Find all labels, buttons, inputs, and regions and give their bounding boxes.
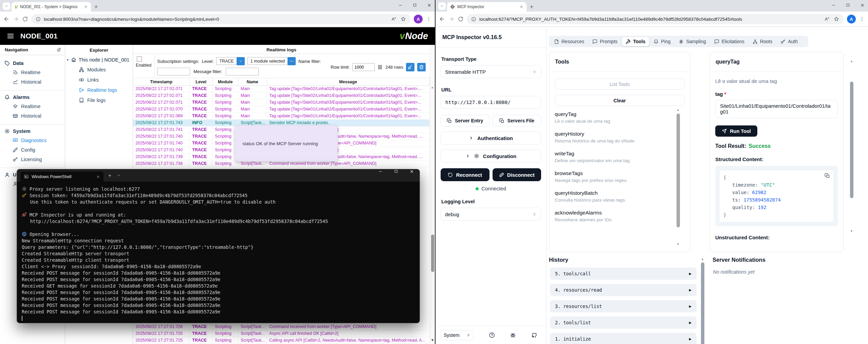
log-row[interactable]: 2025/08/22 17:27:02.071 TRACE Scripting … xyxy=(133,99,430,106)
servers-file-button[interactable]: Servers File xyxy=(493,115,541,126)
close-icon[interactable] xyxy=(427,3,431,7)
authentication-toggle[interactable]: Authentication xyxy=(441,132,541,144)
col-message[interactable]: Message xyxy=(267,78,430,85)
bug-report-icon[interactable] xyxy=(510,332,516,338)
help-icon[interactable] xyxy=(489,332,495,338)
address-bar[interactable]: localhost:8003/ui?nav=diagnostics&menu=l… xyxy=(31,14,410,24)
clear-tools-button[interactable]: Clear xyxy=(555,95,685,106)
tab-search-button[interactable] xyxy=(438,2,446,10)
translate-icon[interactable] xyxy=(391,16,396,22)
tool-item[interactable]: queryHistoryBatch Consulta histórico par… xyxy=(555,190,685,203)
module-select[interactable]: 1 module selected xyxy=(247,57,288,65)
history-item[interactable]: 1. initialize ▶ xyxy=(550,333,697,344)
scroll-down-arrow[interactable]: ▼ xyxy=(677,242,680,246)
col-timestamp[interactable]: Timestamp xyxy=(133,78,190,85)
col-level[interactable]: Level xyxy=(190,78,213,85)
mcp-nav-tab[interactable]: Ping xyxy=(650,37,674,46)
tree-expand-icon[interactable]: ▾ xyxy=(67,58,69,62)
nav-entry[interactable]: Alarms xyxy=(0,92,65,102)
translate-icon[interactable] xyxy=(824,16,830,22)
expand-arrow-icon[interactable]: ▶ xyxy=(689,320,691,325)
run-tool-button[interactable]: Run Tool xyxy=(715,125,757,137)
nav-entry[interactable] xyxy=(0,124,65,124)
right-browser-tab[interactable]: MCP Inspector xyxy=(447,2,527,12)
col-name[interactable]: Name xyxy=(238,78,267,85)
module-options-button[interactable] xyxy=(288,57,296,65)
enabled-checkbox[interactable] xyxy=(137,56,142,62)
scroll-down-arrow[interactable]: ▼ xyxy=(850,229,853,233)
row-limit-input[interactable] xyxy=(352,63,375,71)
site-info-icon[interactable] xyxy=(36,17,41,22)
level-dropdown-button[interactable] xyxy=(237,57,245,65)
maximize-icon[interactable] xyxy=(846,3,850,7)
history-item[interactable]: 2. tools/list ▶ xyxy=(550,316,697,329)
history-item[interactable]: 3. resources/list ▶ xyxy=(550,300,697,312)
scroll-up-arrow[interactable]: ▲ xyxy=(431,86,434,89)
nav-entry[interactable] xyxy=(0,90,65,90)
expand-arrow-icon[interactable]: ▶ xyxy=(689,337,691,341)
expand-arrow-icon[interactable]: ▶ xyxy=(689,271,691,276)
minimize-icon[interactable] xyxy=(831,3,836,7)
browser-menu-icon[interactable] xyxy=(859,16,865,22)
site-info-icon[interactable] xyxy=(471,17,476,22)
mcp-nav-tab[interactable]: Auth xyxy=(777,37,801,46)
log-row[interactable]: 2025/08/22 17:27:01.726 TRACE Scripting … xyxy=(133,324,430,330)
logging-level-select[interactable]: debug xyxy=(441,208,541,221)
mcp-nav-tab[interactable]: Tools xyxy=(622,37,649,46)
left-browser-tab[interactable]: V NODE_001 - System > Diagnos xyxy=(12,2,91,12)
detail-scrollbar[interactable]: ▲ ▼ xyxy=(850,59,854,233)
expand-arrow-icon[interactable]: ▶ xyxy=(689,288,691,292)
nav-entry[interactable]: Diagnostics xyxy=(0,136,65,145)
explorer-entry[interactable]: ▾ Modules xyxy=(65,65,133,75)
history-item[interactable]: 5. tools/call ▶ xyxy=(550,268,697,280)
new-tab-button[interactable] xyxy=(529,4,534,9)
minimize-icon[interactable] xyxy=(373,169,388,174)
github-icon[interactable] xyxy=(531,332,537,338)
nav-entry[interactable] xyxy=(0,168,65,168)
col-module[interactable]: Module xyxy=(213,78,238,85)
clear-logs-button[interactable] xyxy=(417,63,426,71)
back-button[interactable] xyxy=(439,16,445,22)
tab-close-icon[interactable] xyxy=(84,5,88,9)
nav-entry[interactable]: Licensing xyxy=(0,155,65,164)
refresh-button[interactable] xyxy=(458,16,463,22)
profile-avatar[interactable]: A xyxy=(847,15,856,23)
disconnect-button[interactable]: Disconnect xyxy=(493,168,541,181)
terminal-new-tab-button[interactable] xyxy=(108,173,112,178)
tab-search-button[interactable] xyxy=(3,2,10,10)
log-row[interactable]: 2025/08/22 17:27:02.071 TRACE Scripting … xyxy=(133,92,430,99)
tag-field-input[interactable]: Site01/Linha01/Equipamento01/Controlador… xyxy=(715,100,838,118)
tool-item[interactable]: queryTag Lê o valor atual de uma tag xyxy=(555,111,685,124)
terminal-tab-menu-icon[interactable] xyxy=(117,173,121,177)
autoscroll-button[interactable] xyxy=(406,63,414,71)
mcp-nav-tab[interactable]: Sampling xyxy=(675,37,709,46)
nav-entry[interactable]: Historical xyxy=(0,111,65,121)
terminal-tab[interactable]: Windows PowerShell xyxy=(20,172,104,182)
transport-type-select[interactable]: Streamable HTTP xyxy=(441,65,541,78)
server-url-input[interactable] xyxy=(441,96,541,109)
maximize-icon[interactable] xyxy=(413,3,417,7)
scroll-up-arrow[interactable]: ▲ xyxy=(701,257,704,261)
history-scrollbar[interactable]: ▲ xyxy=(701,257,705,344)
copy-json-icon[interactable] xyxy=(825,173,830,178)
scrollbar-thumb[interactable] xyxy=(701,262,704,344)
log-row[interactable]: 2025/08/22 17:27:01.725 TRACE Scripting … xyxy=(133,330,430,337)
message-filter-input[interactable] xyxy=(226,68,259,75)
expand-arrow-icon[interactable]: ▶ xyxy=(689,304,691,309)
bookmark-star-icon[interactable] xyxy=(834,16,839,22)
scrollbar-thumb[interactable] xyxy=(677,114,680,227)
tool-item[interactable]: browseTags Navega tags por prefixo e/ou … xyxy=(555,170,685,183)
scroll-down-arrow[interactable]: ▼ xyxy=(431,338,434,342)
explorer-entry[interactable]: ▾ File logs xyxy=(65,95,133,105)
theme-select[interactable]: System xyxy=(440,330,474,340)
log-row[interactable]: 2025/08/22 17:27:02.070 TRACE Scripting … xyxy=(133,106,430,113)
page-scrollbar[interactable]: ▲ ▼ xyxy=(430,45,435,344)
explorer-entry[interactable]: ▾ Realtime logs xyxy=(65,85,133,95)
log-row[interactable]: 2025/08/22 17:27:02.069 TRACE Scripting … xyxy=(133,113,430,120)
configuration-toggle[interactable]: Configuration xyxy=(441,150,541,162)
tools-scrollbar[interactable]: ▲ ▼ xyxy=(676,108,680,246)
list-tools-button[interactable]: List Tools xyxy=(555,79,685,90)
log-row[interactable]: 2025/08/22 17:27:01.725 TRACE Scripting … xyxy=(133,337,430,344)
history-item[interactable]: 4. resources/read ▶ xyxy=(550,284,697,296)
log-row[interactable]: 2025/08/22 17:27:01.738 TRACE Scripting … xyxy=(133,160,430,167)
